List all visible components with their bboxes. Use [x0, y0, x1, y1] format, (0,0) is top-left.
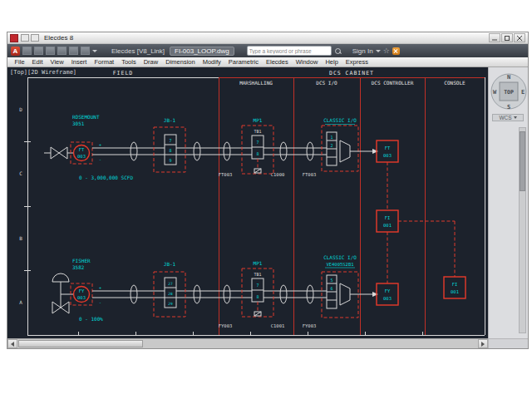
- loop1-maker-label: ROSEMOUNT: [72, 114, 100, 120]
- loop1-dcs-block[interactable]: FT 003: [377, 140, 398, 162]
- loop2-io-term2: 6: [330, 286, 332, 291]
- search-input[interactable]: [247, 46, 332, 56]
- os-title-bar[interactable]: Elecdes 8: [7, 32, 528, 44]
- sign-in-button[interactable]: Sign In: [352, 47, 373, 55]
- menu-file[interactable]: File: [11, 58, 28, 66]
- loop1-jb-term2: 8: [169, 148, 171, 153]
- loop1-cable2-label: C1000: [271, 172, 285, 177]
- acad-menu-button[interactable]: A: [11, 47, 20, 56]
- minimize-button[interactable]: [489, 33, 500, 42]
- loop1-marshalling-panel[interactable]: MP1 TB1 7 8: [242, 117, 273, 174]
- loop1-minus-mark: -: [99, 157, 101, 162]
- app-logo-icon: [10, 34, 18, 42]
- viewport-control-label[interactable]: [Top][2D Wireframe]: [10, 69, 76, 76]
- controller-block[interactable]: FI 001: [377, 210, 398, 232]
- console-block[interactable]: FI 001: [444, 277, 466, 298]
- menu-express[interactable]: Express: [342, 58, 372, 66]
- sign-in-caret-icon[interactable]: [376, 50, 381, 52]
- bottom-bar: [7, 338, 528, 348]
- menu-tools[interactable]: Tools: [118, 58, 140, 66]
- viewcube-east[interactable]: E: [521, 89, 525, 96]
- vertical-scroll-thumb[interactable]: [520, 131, 525, 191]
- horizontal-scrollbar[interactable]: [7, 338, 488, 348]
- loop2-junction-box[interactable]: JB-1 27 28 29: [154, 261, 185, 317]
- dcs-controller-header: DCS CONTROLLER: [372, 80, 414, 86]
- right-panel: TOP N W E S WCS: [488, 67, 528, 338]
- menu-view[interactable]: View: [47, 58, 67, 66]
- wcs-label: WCS: [499, 115, 511, 121]
- viewcube-top-face[interactable]: TOP: [504, 89, 514, 96]
- loop2-dcs-block[interactable]: FY 003: [377, 283, 398, 305]
- wcs-dropdown[interactable]: WCS: [492, 114, 524, 121]
- qat-save-icon[interactable]: [46, 47, 55, 55]
- menu-help[interactable]: Help: [322, 58, 342, 66]
- menu-bar: File Edit View Insert Format Tools Draw …: [7, 57, 528, 67]
- qat-plot-icon[interactable]: [57, 47, 66, 55]
- application-window: Elecdes 8 A Elecdes [V8_Link] FI-003_LOO…: [7, 32, 529, 349]
- os-window-title: Elecdes 8: [44, 34, 73, 42]
- menu-modify[interactable]: Modify: [199, 58, 224, 66]
- loop2-marshalling-panel[interactable]: MP1 TB1 7 8: [242, 260, 273, 317]
- viewcube-south[interactable]: S: [507, 104, 510, 111]
- loop1-tb-label: TB1: [254, 129, 261, 134]
- marshalling-header: MARSHALLING: [239, 80, 273, 86]
- loop-diagram: D C B A FIELD DCS: [7, 67, 488, 338]
- loop2-io-term1: 5: [330, 278, 332, 283]
- controller-tag-num: 001: [383, 223, 392, 228]
- loop2-tag-num: 003: [77, 295, 86, 300]
- exchange-apps-icon[interactable]: [392, 47, 400, 55]
- dcs-cabinet-header: DCS CABINET: [329, 70, 374, 76]
- favorites-star-icon[interactable]: ☆: [383, 47, 390, 55]
- console-tag-num: 001: [451, 289, 459, 294]
- loop2-cable1-label: FY003: [219, 323, 233, 328]
- viewcube-north[interactable]: N: [507, 74, 510, 81]
- dcs-io-header: DCS I/O: [316, 80, 337, 86]
- loop1-field-device[interactable]: ROSEMOUNT 3051 FT 003 0 - 3,000,000 SCFD: [44, 114, 133, 180]
- menu-insert[interactable]: Insert: [67, 58, 91, 66]
- menu-draw[interactable]: Draw: [140, 58, 162, 66]
- drawing-canvas[interactable]: [Top][2D Wireframe]: [7, 67, 488, 338]
- grid-row-letters: D C B A: [19, 106, 22, 305]
- tool-icon: [31, 34, 39, 42]
- vertical-scrollbar[interactable]: [519, 127, 526, 333]
- doc-icon: [21, 34, 29, 42]
- loop1-io-term1: 1: [330, 135, 332, 140]
- loop1-cable1-label: FT003: [219, 172, 233, 177]
- loop1-io-card[interactable]: CLASSIC I/O 1 2: [322, 117, 378, 171]
- loop2-jb-term1: 27: [168, 282, 173, 286]
- loop2-tb-term2: 8: [256, 294, 259, 299]
- dcs-soft-links: [387, 162, 455, 283]
- maximize-button[interactable]: [501, 33, 513, 42]
- app-title: Elecdes [V8_Link]: [111, 47, 165, 55]
- loop2-field-device[interactable]: FISHER 3582 FY 003 0 - 100%: [52, 258, 103, 322]
- loop2-io-label: CLASSIC I/O: [323, 254, 357, 260]
- qat-new-icon[interactable]: [22, 47, 32, 55]
- menu-window[interactable]: Window: [292, 58, 322, 66]
- document-name: FI-003_LOOP.dwg: [170, 47, 234, 56]
- grid-row-c: C: [19, 170, 22, 176]
- loop1-tag-top: FT: [79, 147, 85, 152]
- qat-undo-icon[interactable]: [69, 47, 78, 55]
- loop1-junction-box[interactable]: JB-1 7 8 9: [154, 117, 185, 172]
- menu-parametric[interactable]: Parametric: [224, 58, 262, 66]
- loop1-jb-term1: 7: [169, 138, 171, 143]
- loop2-io-card[interactable]: CLASSIC I/O VE4005S2B1 5 6: [322, 254, 378, 318]
- loop2-tag-top: FY: [79, 288, 85, 293]
- menu-edit[interactable]: Edit: [28, 58, 47, 66]
- menu-elecdes[interactable]: Elecdes: [263, 58, 293, 66]
- qat-dropdown-icon[interactable]: [92, 50, 97, 52]
- loop1-wiring: + - FT003 C1000 FT003: [92, 142, 327, 177]
- search-icon[interactable]: [334, 47, 342, 55]
- menu-format[interactable]: Format: [91, 58, 118, 66]
- wcs-caret-icon: [514, 116, 517, 119]
- menu-dimension[interactable]: Dimension: [162, 58, 199, 66]
- close-button[interactable]: [514, 33, 525, 42]
- horizontal-scroll-thumb[interactable]: [18, 340, 143, 347]
- scroll-left-arrow[interactable]: [7, 339, 17, 348]
- loop1-io-label: CLASSIC I/O: [323, 117, 357, 123]
- loop2-maker-label: FISHER: [72, 258, 91, 264]
- viewcube[interactable]: TOP N W E S: [489, 69, 529, 114]
- qat-open-icon[interactable]: [34, 47, 43, 55]
- scroll-right-arrow[interactable]: [478, 339, 488, 348]
- qat-redo-icon[interactable]: [81, 47, 90, 55]
